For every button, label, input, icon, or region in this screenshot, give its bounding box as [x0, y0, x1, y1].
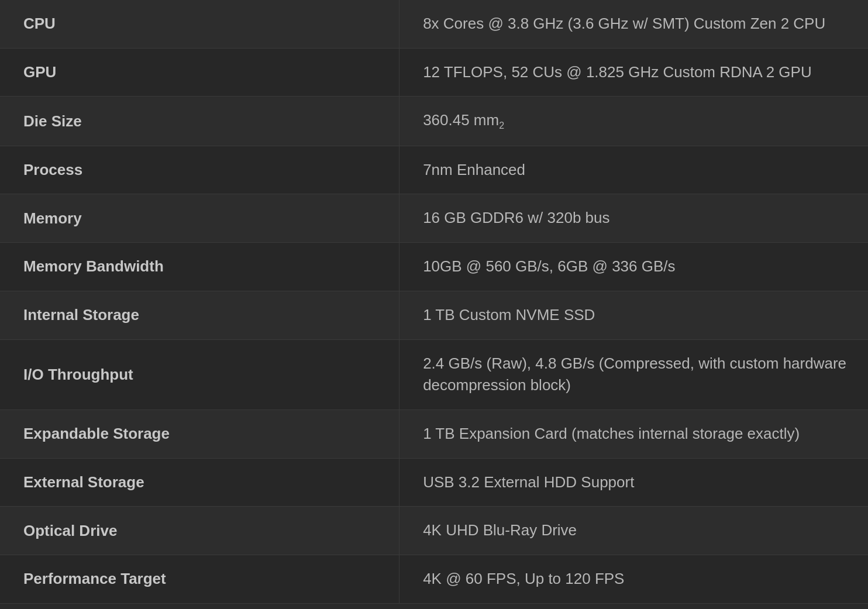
- spec-row-memory-bandwidth: Memory Bandwidth10GB @ 560 GB/s, 6GB @ 3…: [0, 243, 868, 291]
- spec-label-expandable-storage: Expandable Storage: [0, 410, 399, 458]
- spec-value-performance-target: 4K @ 60 FPS, Up to 120 FPS: [399, 555, 868, 603]
- spec-row-memory: Memory16 GB GDDR6 w/ 320b bus: [0, 194, 868, 243]
- spec-label-gpu: GPU: [0, 48, 399, 97]
- spec-label-memory: Memory: [0, 194, 399, 243]
- spec-value-memory-bandwidth: 10GB @ 560 GB/s, 6GB @ 336 GB/s: [399, 243, 868, 291]
- spec-value-expandable-storage: 1 TB Expansion Card (matches internal st…: [399, 410, 868, 458]
- spec-value-optical-drive: 4K UHD Blu-Ray Drive: [399, 507, 868, 555]
- spec-row-optical-drive: Optical Drive4K UHD Blu-Ray Drive: [0, 507, 868, 555]
- spec-label-die-size: Die Size: [0, 97, 399, 146]
- spec-value-internal-storage: 1 TB Custom NVME SSD: [399, 291, 868, 339]
- spec-value-die-size: 360.45 mm2: [399, 97, 868, 146]
- spec-value-cpu: 8x Cores @ 3.8 GHz (3.6 GHz w/ SMT) Cust…: [399, 0, 868, 48]
- spec-label-io-throughput: I/O Throughput: [0, 339, 399, 410]
- spec-row-expandable-storage: Expandable Storage1 TB Expansion Card (m…: [0, 410, 868, 458]
- spec-label-cpu: CPU: [0, 0, 399, 48]
- spec-label-memory-bandwidth: Memory Bandwidth: [0, 243, 399, 291]
- spec-row-gpu: GPU12 TFLOPS, 52 CUs @ 1.825 GHz Custom …: [0, 48, 868, 97]
- spec-value-gpu: 12 TFLOPS, 52 CUs @ 1.825 GHz Custom RDN…: [399, 48, 868, 97]
- spec-row-external-storage: External StorageUSB 3.2 External HDD Sup…: [0, 458, 868, 507]
- spec-row-cpu: CPU8x Cores @ 3.8 GHz (3.6 GHz w/ SMT) C…: [0, 0, 868, 48]
- specs-table: CPU8x Cores @ 3.8 GHz (3.6 GHz w/ SMT) C…: [0, 0, 868, 604]
- spec-label-optical-drive: Optical Drive: [0, 507, 399, 555]
- spec-value-io-throughput: 2.4 GB/s (Raw), 4.8 GB/s (Compressed, wi…: [399, 339, 868, 410]
- spec-value-external-storage: USB 3.2 External HDD Support: [399, 458, 868, 507]
- spec-value-process: 7nm Enhanced: [399, 146, 868, 194]
- spec-label-external-storage: External Storage: [0, 458, 399, 507]
- spec-value-memory: 16 GB GDDR6 w/ 320b bus: [399, 194, 868, 243]
- spec-row-io-throughput: I/O Throughput2.4 GB/s (Raw), 4.8 GB/s (…: [0, 339, 868, 410]
- spec-row-process: Process7nm Enhanced: [0, 146, 868, 194]
- spec-label-internal-storage: Internal Storage: [0, 291, 399, 339]
- spec-row-die-size: Die Size360.45 mm2: [0, 97, 868, 146]
- spec-row-internal-storage: Internal Storage1 TB Custom NVME SSD: [0, 291, 868, 339]
- spec-row-performance-target: Performance Target4K @ 60 FPS, Up to 120…: [0, 555, 868, 603]
- spec-label-performance-target: Performance Target: [0, 555, 399, 603]
- spec-label-process: Process: [0, 146, 399, 194]
